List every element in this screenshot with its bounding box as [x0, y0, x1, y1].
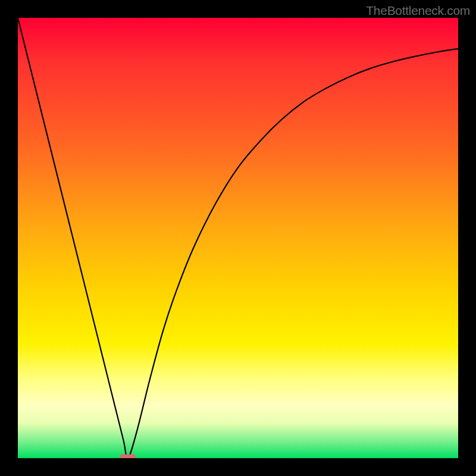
chart-svg [18, 18, 458, 458]
bottleneck-curve [18, 18, 458, 458]
optimal-marker [120, 455, 136, 459]
attribution-label: TheBottleneck.com [366, 4, 470, 18]
chart-frame: TheBottleneck.com [0, 0, 476, 476]
plot-area [18, 18, 458, 458]
